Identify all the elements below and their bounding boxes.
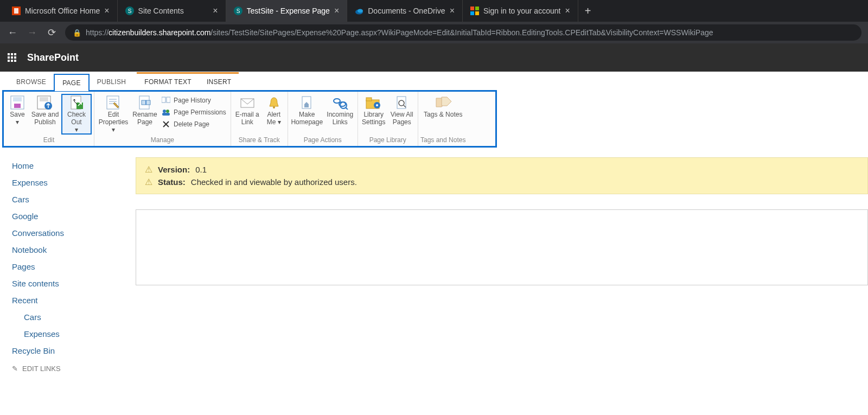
status-value: Checked in and viewable by authorized us… xyxy=(191,177,357,187)
pencil-icon: ✎ xyxy=(12,365,18,373)
tab-label: Microsoft Office Home xyxy=(25,7,100,15)
nav-notebook[interactable]: Notebook xyxy=(12,241,124,258)
svg-text:S: S xyxy=(127,8,131,14)
ribbon-group-label: Edit xyxy=(6,135,92,145)
view-all-pages-button[interactable]: View All Pages xyxy=(388,94,416,127)
tags-notes-button[interactable]: Tags & Notes xyxy=(420,94,466,120)
browser-tab-strip: Microsoft Office Home × S Site Contents … xyxy=(0,0,868,22)
alert-me-button[interactable]: Alert Me ▾ xyxy=(263,94,285,127)
close-icon[interactable]: × xyxy=(450,7,455,15)
suite-title: SharePoint xyxy=(27,52,79,63)
browser-tab[interactable]: Microsoft Office Home × xyxy=(4,0,118,22)
svg-rect-19 xyxy=(76,103,83,109)
save-button[interactable]: Save▾ xyxy=(6,94,29,127)
ribbon-tab-browse[interactable]: BROWSE xyxy=(9,74,54,90)
history-icon xyxy=(162,96,170,105)
onedrive-icon xyxy=(355,7,363,15)
wiki-content-editor[interactable] xyxy=(136,209,868,285)
version-value: 0.1 xyxy=(195,165,207,174)
ribbon-group-manage: Edit Properties ▾ Rename Page Page Histo… xyxy=(94,92,231,146)
ribbon-group-page-library: Library Settings View All Pages Page Lib… xyxy=(358,92,418,146)
check-out-icon xyxy=(67,95,86,110)
ribbon-group-label: Share & Track xyxy=(233,135,285,145)
delete-page-button[interactable]: Delete Page xyxy=(159,119,228,130)
svg-text:S: S xyxy=(236,8,240,14)
svg-rect-11 xyxy=(475,11,479,15)
nav-google[interactable]: Google xyxy=(12,208,124,225)
svg-rect-9 xyxy=(475,7,479,10)
forward-button[interactable]: → xyxy=(26,27,38,39)
incoming-links-button[interactable]: Incoming Links xyxy=(325,94,355,127)
nav-recent-cars[interactable]: Cars xyxy=(12,309,124,325)
sharepoint-icon: S xyxy=(234,7,242,15)
microsoft-icon xyxy=(470,7,479,15)
sharepoint-icon: S xyxy=(125,7,134,15)
close-icon[interactable]: × xyxy=(213,7,218,15)
nav-expenses[interactable]: Expenses xyxy=(12,174,124,191)
page-permissions-button[interactable]: Page Permissions xyxy=(159,107,228,118)
nav-conversations[interactable]: Conversations xyxy=(12,225,124,241)
ribbon-tab-publish[interactable]: PUBLISH xyxy=(90,74,133,90)
delete-icon xyxy=(162,120,170,129)
reload-button[interactable]: ⟳ xyxy=(46,27,58,39)
edit-links-button[interactable]: ✎ EDIT LINKS xyxy=(12,365,124,373)
library-settings-button[interactable]: Library Settings xyxy=(360,94,387,127)
make-homepage-button[interactable]: Make Homepage xyxy=(290,94,324,127)
svg-rect-16 xyxy=(40,97,48,101)
nav-site-contents[interactable]: Site contents xyxy=(12,275,124,292)
save-and-publish-button[interactable]: Save and Publish xyxy=(30,94,60,127)
view-all-pages-icon xyxy=(393,95,411,110)
ribbon-group-tags-notes: Tags & Notes Tags and Notes xyxy=(418,92,468,146)
svg-rect-31 xyxy=(162,113,170,116)
browser-tab[interactable]: Sign in to your account × xyxy=(463,0,578,22)
close-icon[interactable]: × xyxy=(334,7,339,15)
ribbon-group-label: Page Library xyxy=(360,135,416,145)
nav-home[interactable]: Home xyxy=(12,157,124,174)
url-input[interactable]: 🔒 https://citizenbuilders.sharepoint.com… xyxy=(65,24,861,41)
save-icon xyxy=(8,95,27,110)
warning-icon: ⚠ xyxy=(145,164,152,175)
app-launcher-icon[interactable] xyxy=(8,53,16,62)
page-history-button[interactable]: Page History xyxy=(159,95,228,106)
page-content: ⚠ Version: 0.1 ⚠ Status: Checked in and … xyxy=(136,148,868,382)
ribbon-tab-page[interactable]: PAGE xyxy=(54,74,90,91)
ribbon-group-label: Tags and Notes xyxy=(420,135,466,145)
incoming-links-icon xyxy=(331,95,349,110)
check-out-button[interactable]: Check Out▾ xyxy=(61,94,92,135)
svg-line-40 xyxy=(346,107,348,110)
nav-cars[interactable]: Cars xyxy=(12,191,124,208)
svg-rect-10 xyxy=(470,11,474,15)
nav-pages[interactable]: Pages xyxy=(12,258,124,275)
close-icon[interactable]: × xyxy=(565,7,570,15)
email-link-button[interactable]: E-mail a Link xyxy=(233,94,261,127)
browser-tab-active[interactable]: S TestSite - Expense Page × xyxy=(226,0,348,22)
save-publish-icon xyxy=(36,95,54,110)
ribbon-group-edit: Save▾ Save and Publish Check Out▾ Edit xyxy=(4,92,94,146)
svg-rect-42 xyxy=(366,98,372,101)
ribbon-tab-insert[interactable]: INSERT xyxy=(199,74,239,90)
library-settings-icon xyxy=(365,95,383,110)
lock-icon: 🔒 xyxy=(73,29,81,37)
email-icon xyxy=(238,95,257,110)
edit-properties-button[interactable]: Edit Properties ▾ xyxy=(97,94,130,135)
nav-recent-expenses[interactable]: Expenses xyxy=(12,325,124,342)
svg-rect-13 xyxy=(13,97,22,101)
nav-recycle-bin[interactable]: Recycle Bin xyxy=(12,342,124,359)
close-icon[interactable]: × xyxy=(104,7,109,15)
ribbon-group-share-track: E-mail a Link Alert Me ▾ Share & Track xyxy=(231,92,288,146)
svg-point-37 xyxy=(334,99,340,103)
permissions-icon xyxy=(162,108,170,117)
nav-recent[interactable]: Recent xyxy=(12,292,124,309)
ribbon-tabs: BROWSE PAGE PUBLISH FORMAT TEXT INSERT xyxy=(0,72,868,90)
ribbon-group-label: Page Actions xyxy=(290,135,355,145)
svg-rect-14 xyxy=(14,104,21,108)
rename-page-button[interactable]: Rename Page xyxy=(131,94,158,127)
back-button[interactable]: ← xyxy=(7,27,18,39)
browser-tab[interactable]: S Site Contents × xyxy=(118,0,226,22)
svg-point-44 xyxy=(376,104,378,106)
ribbon-tab-format-text[interactable]: FORMAT TEXT xyxy=(137,74,199,90)
new-tab-button[interactable]: + xyxy=(578,5,598,17)
properties-icon xyxy=(104,95,123,110)
browser-tab[interactable]: Documents - OneDrive × xyxy=(347,0,463,22)
tab-label: Sign in to your account xyxy=(483,7,560,15)
